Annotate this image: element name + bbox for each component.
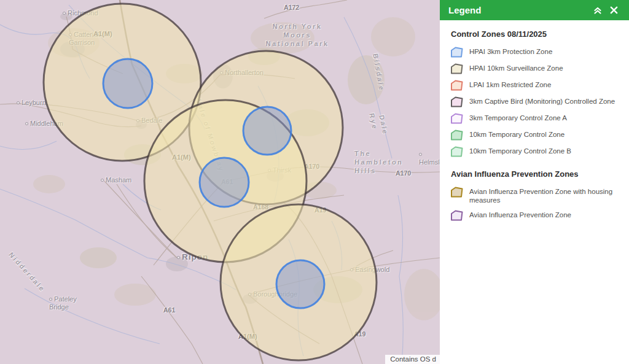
close-icon — [610, 6, 618, 14]
legend-item: 10km Temporary Control Zone B — [451, 146, 620, 157]
app-window: RichmondCatterick GarrisonA1(M)A172North… — [0, 0, 629, 364]
legend-panel: Legend Control Zones 08/11/2025HPAI 3km … — [440, 0, 629, 364]
zone-swatch-icon — [451, 187, 463, 198]
legend-item-label: 10km Temporary Control Zone — [469, 130, 565, 139]
legend-body: Control Zones 08/11/2025HPAI 3km Protect… — [440, 20, 629, 233]
legend-section: Avian Influenza Prevention ZonesAvian In… — [451, 169, 620, 221]
legend-title: Legend — [448, 5, 590, 15]
zone-swatch-icon — [451, 63, 463, 74]
zone-swatch-icon — [451, 80, 463, 91]
legend-item-label: LPAI 1km Restricted Zone — [469, 80, 551, 90]
legend-item-label: Avian Influenza Prevention Zone with hou… — [469, 187, 620, 204]
map-attribution: Contains OS d — [385, 355, 440, 364]
zone-swatch-icon — [451, 96, 463, 107]
legend-section: Control Zones 08/11/2025HPAI 3km Protect… — [451, 29, 620, 157]
legend-item-label: HPAI 10km Surveillance Zone — [469, 63, 563, 73]
zone-swatch-icon — [451, 130, 463, 141]
legend-header: Legend — [440, 0, 629, 20]
legend-item: HPAI 3km Protection Zone — [451, 47, 620, 58]
legend-close-button[interactable] — [606, 2, 622, 18]
legend-item: 3km Captive Bird (Monitoring) Controlled… — [451, 96, 620, 107]
zone-swatch-icon — [451, 210, 463, 221]
double-chevron-up-icon — [592, 5, 603, 16]
zone-swatch-icon — [451, 146, 463, 157]
zone-swatch-icon — [451, 113, 463, 124]
legend-item-label: 10km Temporary Control Zone B — [469, 146, 571, 156]
legend-item-label: HPAI 3km Protection Zone — [469, 47, 552, 56]
legend-item: 3km Temporary Control Zone A — [451, 113, 620, 124]
attribution-text: Contains OS d — [390, 355, 436, 363]
legend-collapse-button[interactable] — [590, 2, 606, 18]
legend-item: HPAI 10km Surveillance Zone — [451, 63, 620, 74]
legend-item-label: 3km Captive Bird (Monitoring) Controlled… — [469, 96, 615, 106]
legend-section-heading: Avian Influenza Prevention Zones — [451, 169, 620, 179]
legend-item: 10km Temporary Control Zone — [451, 130, 620, 141]
legend-item-label: 3km Temporary Control Zone A — [469, 113, 567, 123]
legend-item: Avian Influenza Prevention Zone — [451, 210, 620, 221]
basemap — [0, 0, 440, 364]
legend-item: Avian Influenza Prevention Zone with hou… — [451, 187, 620, 204]
zone-swatch-icon — [451, 47, 463, 58]
map-canvas[interactable]: RichmondCatterick GarrisonA1(M)A172North… — [0, 0, 440, 364]
legend-item-label: Avian Influenza Prevention Zone — [469, 210, 571, 220]
legend-section-heading: Control Zones 08/11/2025 — [451, 29, 620, 39]
legend-item: LPAI 1km Restricted Zone — [451, 80, 620, 91]
